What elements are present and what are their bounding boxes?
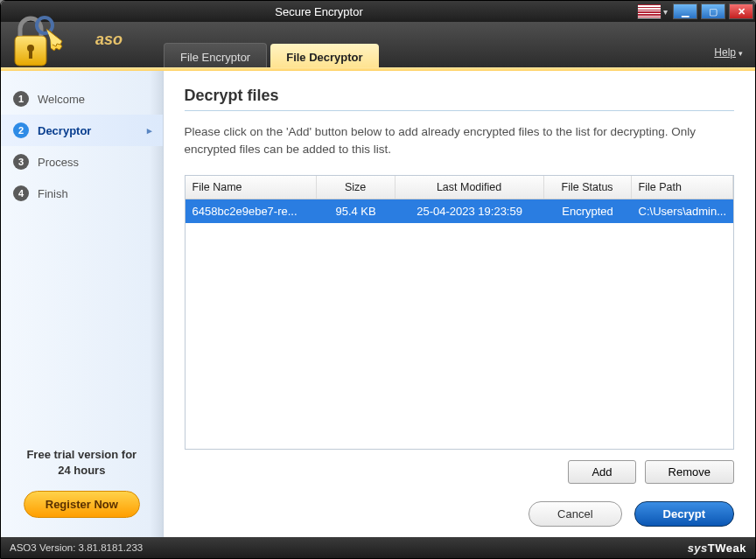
main-panel: Decrypt files Please click on the 'Add' … <box>164 71 755 537</box>
language-flag[interactable]: ▾ <box>637 3 669 19</box>
instructions-text: Please click on the 'Add' button below t… <box>185 123 734 159</box>
cell-size: 95.4 KB <box>317 199 396 223</box>
step-label: Decryptor <box>38 124 91 137</box>
remove-button[interactable]: Remove <box>645 460 734 484</box>
page-heading: Decrypt files <box>185 87 734 105</box>
step-finish[interactable]: 4 Finish <box>1 178 163 209</box>
table-actions: Add Remove <box>185 460 734 484</box>
minimize-button[interactable]: ▁ <box>673 3 697 19</box>
add-button[interactable]: Add <box>568 460 635 484</box>
col-file-path[interactable]: File Path <box>632 176 733 199</box>
trial-text: Free trial version for 24 hours <box>10 447 154 479</box>
step-label: Process <box>38 156 79 169</box>
version-label: ASO3 Version: 3.81.8181.233 <box>10 542 143 553</box>
titlebar: Secure Encryptor ▾ ▁ ▢ ✕ <box>1 1 755 22</box>
us-flag-icon <box>637 3 662 19</box>
step-process[interactable]: 3 Process <box>1 146 163 178</box>
tab-strip <box>1 67 755 71</box>
trial-line-1: Free trial version for <box>10 447 154 463</box>
vendor-part-a: sys <box>688 542 708 555</box>
col-last-modified[interactable]: Last Modified <box>396 176 544 199</box>
step-label: Finish <box>38 187 68 200</box>
table-row[interactable]: 6458bc2e9ebe7-re... 95.4 KB 25-04-2023 1… <box>186 199 733 223</box>
titlebar-controls: ▾ ▁ ▢ ✕ <box>637 3 755 19</box>
svg-rect-2 <box>29 50 32 59</box>
status-bar: ASO3 Version: 3.81.8181.233 sysTWeak <box>1 537 755 558</box>
window-title: Secure Encryptor <box>1 5 637 18</box>
chevron-down-icon: ▾ <box>738 49 743 58</box>
chevron-down-icon: ▾ <box>662 7 669 17</box>
close-button[interactable]: ✕ <box>729 3 753 19</box>
step-label: Welcome <box>38 93 85 106</box>
step-list: 1 Welcome 2 Decryptor 3 Process 4 Finish <box>1 71 163 221</box>
cell-last-modified: 25-04-2023 19:23:59 <box>396 199 544 223</box>
padlock-keys-icon <box>6 10 69 71</box>
col-file-name[interactable]: File Name <box>186 176 317 199</box>
help-menu[interactable]: Help▾ <box>714 46 743 59</box>
trial-line-2: 24 hours <box>10 463 154 479</box>
step-number: 1 <box>13 91 29 107</box>
cell-file-status: Encrypted <box>544 199 632 223</box>
col-size[interactable]: Size <box>317 176 396 199</box>
step-welcome[interactable]: 1 Welcome <box>1 83 163 115</box>
cell-file-name: 6458bc2e9ebe7-re... <box>186 199 317 223</box>
register-now-button[interactable]: Register Now <box>24 491 140 518</box>
header: aso File Encryptor File Decryptor Help▾ <box>1 22 755 71</box>
step-decryptor[interactable]: 2 Decryptor <box>1 115 163 146</box>
dialog-actions: Cancel Decrypt <box>185 501 734 527</box>
cell-file-path: C:\Users\admin... <box>632 199 733 223</box>
vendor-part-b: TWeak <box>708 542 746 555</box>
help-label: Help <box>714 46 736 59</box>
cancel-button[interactable]: Cancel <box>528 501 621 527</box>
vendor-logo: sysTWeak <box>688 542 746 555</box>
col-file-status[interactable]: File Status <box>544 176 632 199</box>
body: 1 Welcome 2 Decryptor 3 Process 4 Finish <box>1 71 755 537</box>
divider <box>185 110 734 111</box>
file-table: File Name Size Last Modified File Status… <box>185 175 734 451</box>
sidebar: 1 Welcome 2 Decryptor 3 Process 4 Finish <box>1 71 164 537</box>
step-number: 3 <box>13 154 29 170</box>
step-number: 4 <box>13 185 29 201</box>
tabs: File Encryptor File Decryptor <box>164 22 379 71</box>
brand-label: aso <box>95 31 122 49</box>
step-number: 2 <box>13 122 29 138</box>
maximize-button[interactable]: ▢ <box>701 3 725 19</box>
decrypt-button[interactable]: Decrypt <box>634 501 734 527</box>
table-header: File Name Size Last Modified File Status… <box>186 176 733 199</box>
sidebar-footer: Free trial version for 24 hours Register… <box>1 437 163 537</box>
app-window: Secure Encryptor ▾ ▁ ▢ ✕ <box>0 0 756 559</box>
